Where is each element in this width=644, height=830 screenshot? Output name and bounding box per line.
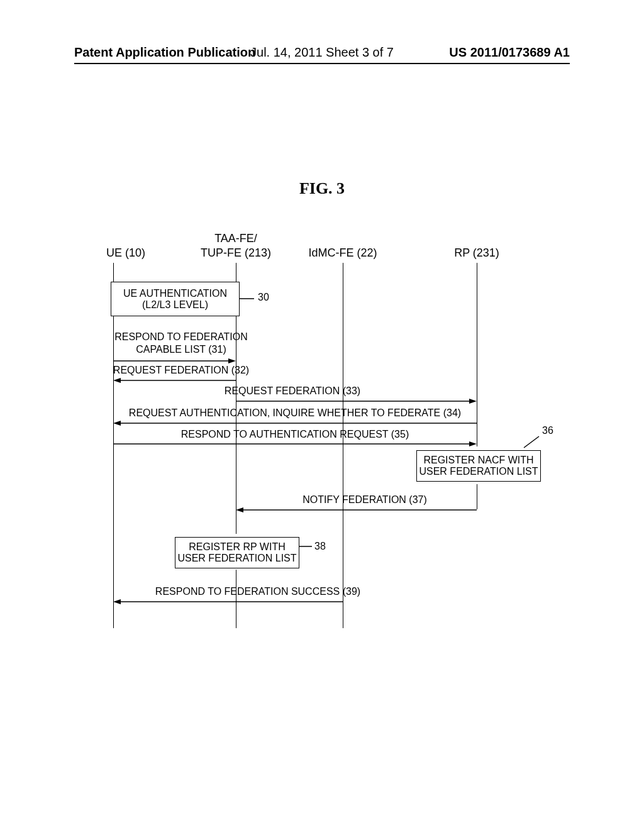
arrow-37	[236, 507, 477, 513]
svg-marker-6	[469, 399, 477, 404]
msg32-label: REQUEST FEDERATION (32)	[113, 365, 249, 376]
box38-line1: REGISTER RP WITH	[189, 541, 286, 553]
arrow-32	[113, 377, 236, 384]
box38-line2: USER FEDERATION LIST	[177, 553, 296, 564]
lane-rp-label: RP (231)	[454, 246, 499, 260]
box36-line1: REGISTER NACF WITH	[423, 455, 533, 466]
callout-38: 38	[314, 541, 326, 552]
box-register-nacf: REGISTER NACF WITH USER FEDERATION LIST	[416, 450, 541, 482]
lane-taa-label-bottom: TUP-FE (213)	[201, 246, 271, 260]
callout-36: 36	[542, 425, 553, 436]
msg31-label-line2: CAPABLE LIST (31)	[136, 344, 226, 355]
arrow-35	[113, 441, 477, 447]
sequence-diagram: UE (10) TAA-FE/ TUP-FE (213) IdMC-FE (22…	[0, 0, 644, 830]
lane-ue-label: UE (10)	[106, 246, 145, 260]
lifeline-taa-seg1	[236, 263, 236, 282]
box-register-rp: REGISTER RP WITH USER FEDERATION LIST	[175, 537, 299, 568]
callout38-leader	[298, 546, 314, 547]
box36-line2: USER FEDERATION LIST	[419, 466, 538, 477]
callout-30: 30	[258, 292, 269, 303]
svg-marker-13	[236, 507, 243, 512]
box-ue-auth-line1: UE AUTHENTICATION	[123, 288, 227, 299]
msg34-label: REQUEST AUTHENTICATION, INQUIRE WHETHER …	[129, 407, 461, 419]
msg33-label: REQUEST FEDERATION (33)	[225, 385, 360, 397]
lifeline-ue-seg1	[113, 263, 114, 282]
msg39-label: RESPOND TO FEDERATION SUCCESS (39)	[155, 586, 360, 597]
lane-taa-label-top: TAA-FE/	[214, 232, 257, 245]
arrow-31	[113, 358, 236, 364]
callout36-leader	[524, 435, 543, 449]
arrow-39	[113, 599, 343, 605]
msg37-label: NOTIFY FEDERATION (37)	[303, 494, 427, 506]
msg31-label-line1: RESPOND TO FEDERATION	[114, 331, 248, 343]
box-ue-auth-line2: (L2/L3 LEVEL)	[142, 299, 208, 311]
lifeline-rp-seg1	[477, 263, 477, 446]
svg-marker-8	[113, 421, 121, 426]
callout30-leader	[238, 298, 257, 299]
svg-marker-16	[113, 599, 121, 604]
box-ue-authentication: UE AUTHENTICATION (L2/L3 LEVEL)	[111, 282, 240, 316]
svg-marker-4	[113, 378, 121, 383]
lifeline-rp-seg2	[477, 484, 477, 509]
arrow-34	[113, 420, 477, 426]
svg-marker-10	[469, 441, 477, 446]
lane-idmc-label: IdMC-FE (22)	[308, 246, 377, 260]
arrow-33	[236, 398, 477, 404]
msg35-label: RESPOND TO AUTHENTICATION REQUEST (35)	[181, 429, 409, 440]
svg-marker-2	[228, 358, 236, 363]
svg-line-11	[524, 436, 539, 448]
